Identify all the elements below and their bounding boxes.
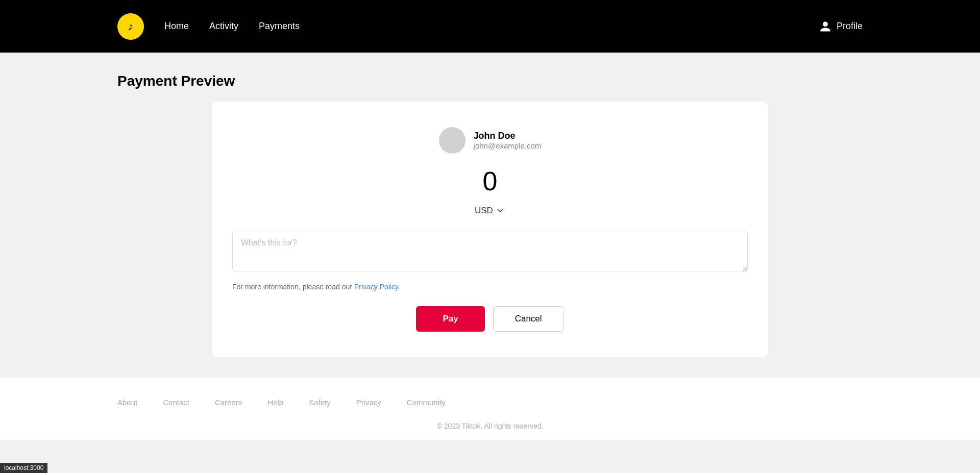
profile-icon xyxy=(819,20,831,33)
footer-careers[interactable]: Careers xyxy=(215,398,242,407)
footer: About Contact Careers Help Safety Privac… xyxy=(0,378,980,440)
footer-links: About Contact Careers Help Safety Privac… xyxy=(117,398,863,407)
description-textarea[interactable] xyxy=(232,231,748,271)
pay-button[interactable]: Pay xyxy=(416,306,484,332)
cancel-button[interactable]: Cancel xyxy=(493,306,564,332)
avatar xyxy=(439,127,465,154)
privacy-text-before: For more information, please read our xyxy=(232,283,354,291)
footer-copyright: © 2023 Tiktok. All rights reserved. xyxy=(117,422,863,430)
user-email: john@example.com xyxy=(474,141,542,150)
payment-card: John Doe john@example.com 0 USD EUR GBP … xyxy=(212,102,768,357)
navbar: ♪ Home Activity Payments Profile xyxy=(0,0,980,53)
footer-help[interactable]: Help xyxy=(267,398,283,407)
buttons-row: Pay Cancel xyxy=(232,306,748,332)
nav-home[interactable]: Home xyxy=(164,21,189,32)
nav-links: Home Activity Payments xyxy=(164,21,300,32)
amount-display: 0 xyxy=(232,166,748,196)
footer-about[interactable]: About xyxy=(117,398,137,407)
user-info: John Doe john@example.com xyxy=(232,127,748,154)
user-details: John Doe john@example.com xyxy=(474,131,542,150)
tiktok-logo[interactable]: ♪ xyxy=(117,13,144,40)
privacy-text: For more information, please read our Pr… xyxy=(232,283,748,291)
page-title: Payment Preview xyxy=(117,73,863,89)
nav-activity[interactable]: Activity xyxy=(209,21,238,32)
footer-safety[interactable]: Safety xyxy=(309,398,331,407)
privacy-policy-link[interactable]: Privacy Policy. xyxy=(354,283,400,291)
footer-community[interactable]: Community xyxy=(407,398,446,407)
footer-contact[interactable]: Contact xyxy=(163,398,189,407)
profile-nav[interactable]: Profile xyxy=(819,20,863,33)
navbar-left: ♪ Home Activity Payments xyxy=(117,13,300,40)
nav-payments[interactable]: Payments xyxy=(259,21,300,32)
main-content: Payment Preview John Doe john@example.co… xyxy=(0,53,980,378)
profile-label: Profile xyxy=(837,21,863,32)
user-name: John Doe xyxy=(474,131,542,141)
tiktok-logo-icon: ♪ xyxy=(128,20,134,33)
currency-select[interactable]: USD EUR GBP xyxy=(475,206,505,215)
footer-privacy[interactable]: Privacy xyxy=(356,398,381,407)
currency-selector: USD EUR GBP xyxy=(232,206,748,215)
status-bar: localhost:3000 xyxy=(0,463,47,473)
